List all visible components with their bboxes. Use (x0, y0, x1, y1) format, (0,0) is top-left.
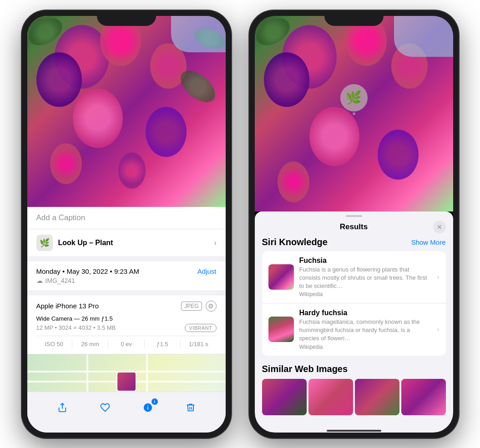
lookup-row[interactable]: 🌿 Look Up – Plant › (27, 229, 226, 257)
hardy-content: Hardy fuchsia Fuchsia magellanica, commo… (299, 309, 432, 350)
hardy-thumb (268, 317, 294, 342)
map-section (27, 354, 226, 395)
adjust-button[interactable]: Adjust (197, 267, 217, 275)
photo-thumbnail (116, 372, 136, 392)
photo-display (27, 16, 226, 207)
info-button[interactable]: i (140, 399, 156, 416)
delete-button[interactable] (182, 399, 199, 416)
aperture-value: ƒ1.5 (145, 340, 181, 348)
format-badge: JPEG (181, 302, 202, 311)
hardy-desc: Fuchsia magellanica, commonly known as t… (299, 318, 432, 343)
iso-value: ISO 50 (36, 340, 72, 348)
siri-leaf-icon: 🌿 (346, 90, 362, 105)
similar-img-3[interactable] (355, 379, 399, 415)
siri-knowledge-title: Siri Knowledge (262, 237, 328, 247)
camera-spec: Wide Camera — 26 mm ƒ1.5 (36, 315, 217, 322)
cloud-icon: ☁ (36, 277, 43, 284)
style-badge: VIBRANT (185, 324, 216, 332)
show-more-button[interactable]: Show More (411, 238, 446, 246)
shutter-value: 1/181 s (181, 340, 216, 348)
results-title: Results (340, 222, 368, 232)
ev-value: 0 ev (108, 340, 144, 348)
hardy-arrow: › (437, 325, 439, 333)
home-indicator (99, 433, 154, 434)
meta-section: Monday • May 30, 2022 • 9:23 AM Adjust ☁… (27, 261, 226, 291)
siri-bubble: 🌿 (340, 84, 368, 111)
settings-icon[interactable]: ⚙ (206, 301, 217, 312)
notch-right (324, 10, 384, 26)
meta-date: Monday • May 30, 2022 • 9:23 AM (36, 267, 139, 275)
fuchsia-desc: Fuchsia is a genus of flowering plants t… (299, 266, 432, 291)
similar-img-2[interactable] (308, 379, 353, 415)
results-panel: Results ✕ Siri Knowledge Show More Fuchs (255, 211, 453, 433)
similar-img-1[interactable] (262, 379, 307, 415)
knowledge-item-fuchsia[interactable]: Fuchsia Fuchsia is a genus of flowering … (262, 251, 446, 304)
device-name: Apple iPhone 13 Pro (36, 302, 99, 310)
left-phone: Add a Caption 🌿 Look Up – Plant › Monday… (22, 10, 231, 438)
mp-info: 12 MP • 3024 × 4032 • 3.5 MB (36, 324, 116, 331)
right-screen: 🌿 Results ✕ Siri Knowledge Show More (255, 16, 453, 433)
knowledge-item-hardy[interactable]: Hardy fuchsia Fuchsia magellanica, commo… (262, 303, 446, 356)
fuchsia-thumb (268, 264, 294, 290)
mm-value: 26 mm (72, 340, 108, 348)
right-phone: 🌿 Results ✕ Siri Knowledge Show More (249, 10, 459, 438)
caption-row[interactable]: Add a Caption (27, 207, 226, 229)
home-indicator-right (327, 430, 381, 432)
fuchsia-arrow: › (437, 273, 439, 281)
left-screen: Add a Caption 🌿 Look Up – Plant › Monday… (27, 16, 226, 433)
similar-grid (262, 379, 446, 415)
caption-placeholder: Add a Caption (36, 213, 86, 222)
like-button[interactable] (97, 399, 113, 416)
lookup-icon: 🌿 (36, 235, 53, 251)
notch (97, 10, 156, 26)
fuchsia-content: Fuchsia Fuchsia is a genus of flowering … (299, 257, 432, 298)
bottom-toolbar: i (27, 392, 226, 433)
similar-section: Similar Web Images (255, 364, 453, 415)
similar-title: Similar Web Images (262, 364, 446, 374)
hardy-source: Wikipedia (299, 344, 432, 350)
device-section: Apple iPhone 13 Pro JPEG ⚙ Wide Camera —… (27, 295, 226, 354)
results-header: Results ✕ (255, 217, 453, 237)
hardy-name: Hardy fuchsia (299, 309, 432, 317)
close-button[interactable]: ✕ (433, 221, 446, 233)
lookup-arrow: › (214, 239, 216, 247)
fuchsia-source: Wikipedia (299, 291, 432, 297)
info-badge: i (152, 398, 158, 405)
share-button[interactable] (54, 399, 71, 416)
siri-dot (353, 112, 355, 115)
siri-knowledge: Siri Knowledge Show More Fuchsia Fuchsia… (255, 237, 453, 360)
knowledge-card: Fuchsia Fuchsia is a genus of flowering … (262, 251, 446, 356)
lookup-label: Look Up – Plant (58, 239, 113, 247)
photo-top: 🌿 (255, 16, 453, 211)
fuchsia-name: Fuchsia (299, 257, 432, 265)
similar-img-4[interactable] (401, 379, 446, 415)
filename: IMG_4241 (45, 277, 75, 284)
